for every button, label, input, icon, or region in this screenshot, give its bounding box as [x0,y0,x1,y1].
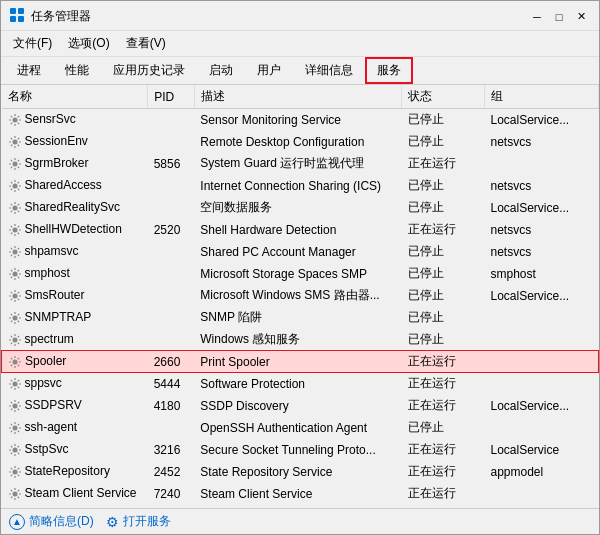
service-name-text: Steam Client Service [25,486,137,500]
cell-name-14: ssh-agent [2,417,148,439]
cell-status-4: 已停止 [402,197,485,219]
cell-name-10: spectrum [2,329,148,351]
cell-group-15: LocalService [484,439,598,461]
tab-details[interactable]: 详细信息 [293,57,365,84]
table-row[interactable]: spectrumWindows 感知服务已停止 [2,329,599,351]
cell-pid-0 [148,109,195,131]
services-table-container[interactable]: 名称 PID 描述 状态 组 SensrSvcSensor Monitoring… [1,85,599,508]
table-row[interactable]: SessionEnvRemote Desktop Configuration已停… [2,131,599,153]
title-bar: 任务管理器 ─ □ ✕ [1,1,599,31]
svg-point-7 [12,183,17,188]
service-name-text: sppsvc [25,376,62,390]
svg-point-19 [12,447,17,452]
cell-desc-10: Windows 感知服务 [194,329,401,351]
col-header-group[interactable]: 组 [484,85,598,109]
service-icon [8,333,22,347]
menu-item-2[interactable]: 查看(V) [118,33,174,54]
cell-group-0: LocalService... [484,109,598,131]
cell-pid-10 [148,329,195,351]
table-row[interactable]: SharedAccessInternet Connection Sharing … [2,175,599,197]
cell-status-2: 正在运行 [402,153,485,175]
cell-status-16: 正在运行 [402,461,485,483]
cell-status-8: 已停止 [402,285,485,307]
table-row[interactable]: Spooler2660Print Spooler正在运行 [2,351,599,373]
cell-desc-17: Steam Client Service [194,483,401,505]
cell-group-4: LocalService... [484,197,598,219]
cell-name-9: SNMPTRAP [2,307,148,329]
col-header-status[interactable]: 状态 [402,85,485,109]
table-row[interactable]: smphostMicrosoft Storage Spaces SMP已停止sm… [2,263,599,285]
table-row[interactable]: SSDPSRV4180SSDP Discovery正在运行LocalServic… [2,395,599,417]
tab-services[interactable]: 服务 [365,57,413,84]
maximize-button[interactable]: □ [549,8,569,26]
cell-name-16: StateRepository [2,461,148,483]
service-name-text: SessionEnv [25,134,88,148]
svg-rect-2 [10,16,16,22]
cell-name-4: SharedRealitySvc [2,197,148,219]
open-services-link[interactable]: ⚙ 打开服务 [106,513,171,530]
brief-info-link[interactable]: ▲ 简略信息(D) [9,513,94,530]
cell-pid-14 [148,417,195,439]
cell-group-10 [484,329,598,351]
cell-status-11: 正在运行 [402,351,485,373]
service-name-text: SharedAccess [25,178,102,192]
cell-group-14 [484,417,598,439]
cell-desc-0: Sensor Monitoring Service [194,109,401,131]
minimize-button[interactable]: ─ [527,8,547,26]
table-row[interactable]: sppsvc5444Software Protection正在运行 [2,373,599,395]
service-icon [8,311,22,325]
table-row[interactable]: SmsRouterMicrosoft Windows SMS 路由器...已停止… [2,285,599,307]
col-header-name[interactable]: 名称 [2,85,148,109]
cell-desc-11: Print Spooler [194,351,401,373]
svg-point-4 [12,117,17,122]
cell-group-9 [484,307,598,329]
tab-users[interactable]: 用户 [245,57,293,84]
cell-desc-15: Secure Socket Tunneling Proto... [194,439,401,461]
cell-status-6: 已停止 [402,241,485,263]
cell-name-1: SessionEnv [2,131,148,153]
service-icon [8,223,22,237]
table-row[interactable]: shpamsvcShared PC Account Manager已停止nets… [2,241,599,263]
table-row[interactable]: ShellHWDetection2520Shell Hardware Detec… [2,219,599,241]
table-row[interactable]: ssh-agentOpenSSH Authentication Agent已停止 [2,417,599,439]
cell-status-10: 已停止 [402,329,485,351]
tab-startup[interactable]: 启动 [197,57,245,84]
tab-performance[interactable]: 性能 [53,57,101,84]
svg-point-18 [12,425,17,430]
menu-item-1[interactable]: 选项(O) [60,33,117,54]
table-row[interactable]: SNMPTRAPSNMP 陷阱已停止 [2,307,599,329]
cell-status-12: 正在运行 [402,373,485,395]
col-header-desc[interactable]: 描述 [194,85,401,109]
menu-item-0[interactable]: 文件(F) [5,33,60,54]
cell-desc-4: 空间数据服务 [194,197,401,219]
col-header-pid[interactable]: PID [148,85,195,109]
title-controls: ─ □ ✕ [527,8,591,26]
service-name-text: SNMPTRAP [25,310,92,324]
cell-pid-15: 3216 [148,439,195,461]
cell-name-8: SmsRouter [2,285,148,307]
cell-group-1: netsvcs [484,131,598,153]
service-icon [8,201,22,215]
service-name-text: SensrSvc [25,112,76,126]
cell-name-15: SstpSvc [2,439,148,461]
svg-point-5 [12,139,17,144]
close-button[interactable]: ✕ [571,8,591,26]
cell-name-11: Spooler [2,351,148,373]
service-name-text: SharedRealitySvc [25,200,120,214]
cell-name-3: SharedAccess [2,175,148,197]
cell-desc-8: Microsoft Windows SMS 路由器... [194,285,401,307]
cell-name-17: Steam Client Service [2,483,148,505]
tab-apphistory[interactable]: 应用历史记录 [101,57,197,84]
cell-desc-9: SNMP 陷阱 [194,307,401,329]
table-row[interactable]: SensrSvcSensor Monitoring Service已停止Loca… [2,109,599,131]
table-row[interactable]: SgrmBroker5856System Guard 运行时监视代理正在运行 [2,153,599,175]
cell-group-7: smphost [484,263,598,285]
table-row[interactable]: Steam Client Service7240Steam Client Ser… [2,483,599,505]
table-row[interactable]: SstpSvc3216Secure Socket Tunneling Proto… [2,439,599,461]
tab-processes[interactable]: 进程 [5,57,53,84]
cell-pid-11: 2660 [148,351,195,373]
service-icon [8,465,22,479]
cell-pid-17: 7240 [148,483,195,505]
table-row[interactable]: StateRepository2452State Repository Serv… [2,461,599,483]
table-row[interactable]: SharedRealitySvc空间数据服务已停止LocalService... [2,197,599,219]
